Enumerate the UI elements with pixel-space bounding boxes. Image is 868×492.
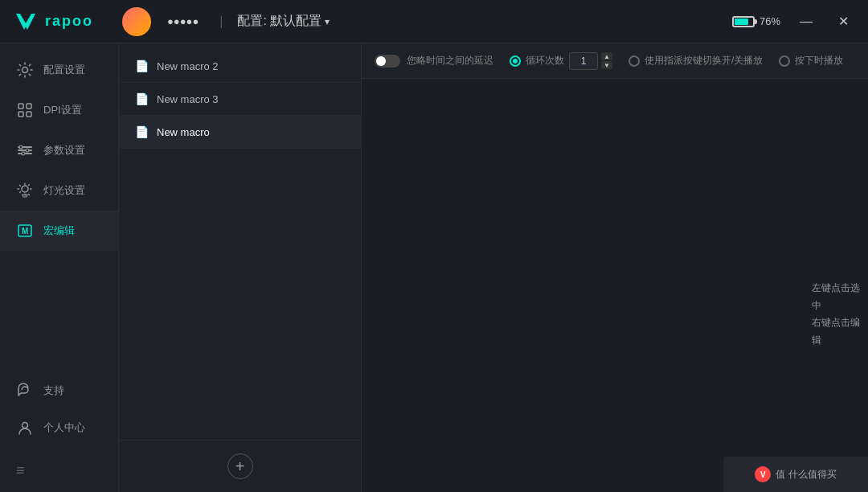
profile-icon bbox=[16, 419, 34, 437]
support-icon bbox=[16, 382, 34, 400]
battery-icon bbox=[732, 16, 755, 27]
spin-buttons: ▲ ▼ bbox=[601, 52, 612, 69]
add-macro-button[interactable]: + bbox=[227, 453, 253, 479]
spin-down-button[interactable]: ▼ bbox=[601, 61, 612, 69]
loop-radio-group: 循环次数 ▲ ▼ bbox=[510, 52, 612, 70]
macro-name-3: New macro 3 bbox=[157, 93, 219, 105]
sidebar-label-params: 参数设置 bbox=[43, 143, 85, 158]
title-divider: | bbox=[219, 14, 223, 29]
sidebar-label-config: 配置设置 bbox=[43, 63, 85, 77]
spin-up-button[interactable]: ▲ bbox=[601, 52, 612, 60]
watermark-icon-text: V bbox=[760, 470, 766, 479]
sidebar-item-params[interactable]: 参数设置 bbox=[0, 130, 118, 170]
sidebar-label-light: 灯光设置 bbox=[43, 183, 85, 198]
svg-marker-0 bbox=[16, 14, 35, 30]
battery-fill bbox=[735, 18, 748, 25]
svg-rect-2 bbox=[18, 104, 23, 109]
title-left: rapoo ●●●●● | 配置: 默认配置 ▾ bbox=[13, 7, 330, 36]
macro-item-3[interactable]: 📄 New macro 3 bbox=[119, 83, 361, 116]
sidebar-label-profile: 个人中心 bbox=[43, 420, 85, 435]
hold-radio[interactable] bbox=[779, 55, 790, 67]
sidebar-expand-button[interactable]: ≡ bbox=[0, 456, 118, 486]
macro-list: 📄 New macro 2 📄 New macro 3 📄 New macro bbox=[119, 43, 361, 440]
svg-rect-4 bbox=[18, 112, 23, 117]
loop-radio[interactable] bbox=[510, 55, 521, 67]
loop-count-input[interactable] bbox=[569, 52, 598, 70]
hint-line1: 左键点击选中 bbox=[812, 280, 868, 314]
delay-toggle[interactable] bbox=[375, 55, 400, 68]
watermark-icon: V bbox=[755, 466, 771, 482]
svg-point-9 bbox=[19, 146, 23, 149]
avatar bbox=[122, 7, 151, 36]
sidebar-item-dpi[interactable]: DPI设置 bbox=[0, 90, 118, 130]
svg-rect-3 bbox=[27, 104, 31, 109]
params-icon bbox=[16, 141, 34, 159]
svg-rect-5 bbox=[27, 112, 31, 117]
delegate-radio-group: 使用指派按键切换开/关播放 bbox=[628, 54, 763, 68]
sidebar-item-profile[interactable]: 个人中心 bbox=[0, 409, 118, 446]
chevron-down-icon: ▾ bbox=[325, 16, 330, 27]
minimize-button[interactable]: — bbox=[793, 11, 819, 32]
loop-count-input-group: ▲ ▼ bbox=[569, 52, 612, 70]
loop-label: 循环次数 bbox=[526, 54, 564, 68]
svg-rect-7 bbox=[18, 150, 32, 151]
dpi-icon bbox=[16, 101, 34, 119]
config-label: 配置: 默认配置 bbox=[237, 13, 321, 30]
svg-point-11 bbox=[22, 152, 25, 155]
battery-area: 76% bbox=[732, 15, 780, 27]
sidebar-bottom: 支持 个人中心 bbox=[0, 363, 118, 456]
v-logo-icon bbox=[13, 9, 39, 35]
delegate-label: 使用指派按键切换开/关播放 bbox=[645, 54, 763, 68]
editor-toolbar: 您略时间之间的延迟 循环次数 ▲ ▼ 使用指派按键切换开/关播 bbox=[362, 43, 868, 79]
content-area: 📄 New macro 2 📄 New macro 3 📄 New macro … bbox=[119, 43, 868, 492]
hint-line2: 右键点击编辑 bbox=[812, 314, 868, 349]
watermark-text: 值 什么值得买 bbox=[776, 468, 836, 482]
hint-text: 左键点击选中 右键点击编辑 bbox=[812, 280, 868, 349]
username-label: ●●●●● bbox=[167, 15, 199, 27]
macro-list-footer: + bbox=[119, 440, 361, 492]
config-dropdown[interactable]: 配置: 默认配置 ▾ bbox=[237, 13, 330, 30]
title-right: 76% — ✕ bbox=[732, 10, 855, 32]
svg-text:M: M bbox=[22, 227, 28, 236]
watermark: V 值 什么值得买 bbox=[723, 457, 868, 492]
file-icon: 📄 bbox=[135, 92, 149, 105]
sidebar-label-macro: 宏编辑 bbox=[43, 223, 75, 238]
hold-label: 按下时播放 bbox=[795, 54, 843, 68]
delay-toggle-label: 您略时间之间的延迟 bbox=[407, 54, 493, 68]
sidebar: 配置设置 DPI设置 bbox=[0, 43, 119, 492]
title-bar: rapoo ●●●●● | 配置: 默认配置 ▾ 76% — ✕ bbox=[0, 0, 868, 43]
svg-point-12 bbox=[22, 186, 28, 192]
sidebar-label-dpi: DPI设置 bbox=[43, 103, 82, 117]
macro-list-panel: 📄 New macro 2 📄 New macro 3 📄 New macro … bbox=[119, 43, 362, 492]
sidebar-item-macro[interactable]: M 宏编辑 bbox=[0, 211, 118, 251]
macro-name-1: New macro bbox=[157, 126, 210, 138]
battery-pct: 76% bbox=[760, 15, 780, 27]
delay-toggle-group: 您略时间之间的延迟 bbox=[375, 54, 493, 68]
sidebar-item-config[interactable]: 配置设置 bbox=[0, 50, 118, 90]
svg-point-1 bbox=[23, 68, 28, 73]
macro-icon: M bbox=[16, 222, 34, 240]
delegate-radio[interactable] bbox=[628, 55, 640, 67]
macro-item-2[interactable]: 📄 New macro 2 bbox=[119, 50, 361, 83]
logo-area: rapoo bbox=[13, 9, 93, 35]
toggle-knob bbox=[376, 56, 386, 66]
main-layout: 配置设置 DPI设置 bbox=[0, 43, 868, 492]
config-icon bbox=[16, 61, 34, 79]
hold-radio-group: 按下时播放 bbox=[779, 54, 843, 68]
macro-item-1[interactable]: 📄 New macro bbox=[119, 116, 361, 149]
light-icon bbox=[16, 182, 34, 199]
sidebar-item-light[interactable]: 灯光设置 bbox=[0, 170, 118, 211]
file-icon: 📄 bbox=[135, 59, 149, 72]
macro-editor-panel: 您略时间之间的延迟 循环次数 ▲ ▼ 使用指派按键切换开/关播 bbox=[362, 43, 868, 492]
svg-point-15 bbox=[23, 423, 28, 428]
close-button[interactable]: ✕ bbox=[832, 10, 855, 32]
sidebar-item-support[interactable]: 支持 bbox=[0, 372, 118, 409]
editor-canvas: 左键点击选中 右键点击编辑 添加 延迟 修改 坐标 bbox=[362, 79, 868, 492]
macro-name-2: New macro 2 bbox=[157, 60, 219, 72]
file-icon: 📄 bbox=[135, 125, 149, 138]
expand-icon: ≡ bbox=[16, 462, 25, 478]
svg-point-10 bbox=[26, 149, 29, 152]
sidebar-label-support: 支持 bbox=[43, 383, 64, 398]
brand-name: rapoo bbox=[45, 13, 93, 30]
